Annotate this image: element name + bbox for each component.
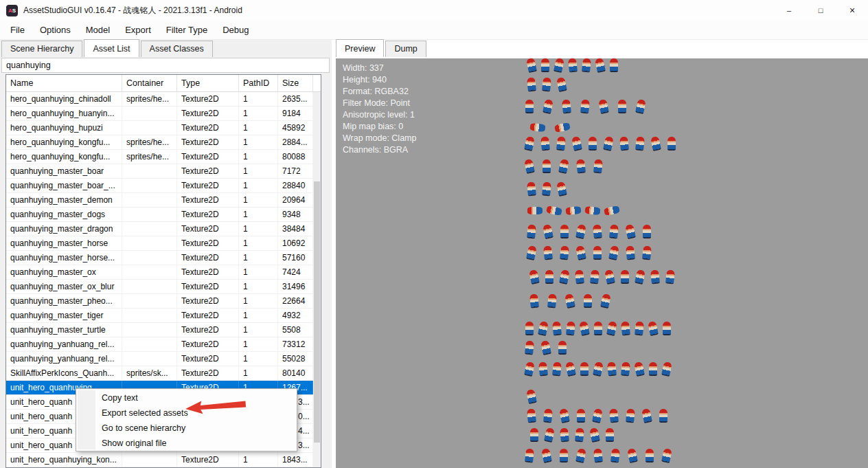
sprite-frame [593,246,602,260]
sprite-frame [575,448,586,463]
sprite-frame [546,205,562,216]
tab-scene-hierarchy[interactable]: Scene Hierarchy [1,41,82,57]
sprite-frame [621,361,630,376]
table-row[interactable]: quanhuying_yanhuang_rel...Texture2D15502… [6,352,313,366]
cell-size: 80140 [278,366,313,380]
sprite-frame [575,269,584,284]
asset-list-scrollbar[interactable] [313,92,321,467]
table-row[interactable]: quanhuying_master_boar_...Texture2D12884… [6,179,313,193]
context-item-go-to-scene-hierarchy[interactable]: Go to scene hierarchy [97,421,295,436]
cell-type: Texture2D [177,280,239,293]
table-row[interactable]: quanhuying_master_tigerTexture2D14932 [6,309,313,323]
menu-export[interactable]: Export [117,21,159,38]
cell-container: sprites/he... [122,150,177,164]
sprite-frame [580,362,589,376]
cell-type: Texture2D [177,265,239,279]
search-input[interactable] [1,58,330,73]
table-row[interactable]: hero_quanhuying_kongfu...sprites/he...Te… [6,150,313,164]
cell-pathid: 1 [239,150,278,164]
sprite-frame [582,58,591,73]
sprite-frame [542,99,553,114]
table-row[interactable]: hero_quanhuying_huanyin...Texture2D19184 [6,107,313,121]
minimize-button[interactable]: – [773,0,805,21]
cell-type: Texture2D [177,121,239,135]
cell-type: Texture2D [177,453,239,467]
table-row[interactable]: quanhuying_master_dogsTexture2D19348 [6,208,313,222]
cell-size: 7172 [278,164,313,178]
table-row[interactable]: quanhuying_master_boarTexture2D17172 [6,164,313,179]
table-row[interactable]: quanhuying_yanhuang_rel...Texture2D17331… [6,337,313,352]
menu-bar: FileOptionsModelExportFilter TypeDebug [0,21,868,40]
cell-type: Texture2D [177,251,239,265]
menu-model[interactable]: Model [78,21,117,38]
close-button[interactable]: × [836,0,868,21]
info-line: Channels: BGRA [343,144,416,156]
table-row[interactable]: quanhuying_master_horseTexture2D110692 [6,236,313,251]
sprite-frame [594,322,602,335]
cell-container [122,121,177,135]
table-row[interactable]: unit_hero_quanhuying_kon...Texture2D1184… [6,453,313,467]
cell-size: 10692 [278,236,313,250]
info-line: Anisotropic level: 1 [343,109,416,121]
tab-asset-classes[interactable]: Asset Classes [141,41,213,57]
table-row[interactable]: quanhuying_master_dragonTexture2D138484 [6,222,313,236]
table-row[interactable]: hero_quanhuying_chinadollsprites/he...Te… [6,92,313,107]
cell-type: Texture2D [177,366,239,380]
column-header-type[interactable]: Type [177,75,239,91]
table-row[interactable]: hero_quanhuying_hupuziTexture2D145892 [6,121,313,135]
menu-filter-type[interactable]: Filter Type [159,21,215,38]
cell-type: Texture2D [177,323,239,337]
column-header-size[interactable]: Size [278,75,313,91]
sprite-frame [584,294,592,308]
table-row[interactable]: quanhuying_master_pheo...Texture2D122664 [6,294,313,309]
cell-pathid: 1 [239,309,278,322]
info-line: Height: 940 [343,74,416,86]
table-row[interactable]: SkillAffixPerkIcons_Quanh...sprites/sk..… [6,366,313,381]
menu-debug[interactable]: Debug [215,21,256,38]
sprite-frame [604,205,620,216]
preview-area: Width: 337Height: 940Format: RGBA32Filte… [336,58,868,468]
title-bar: AS AssetStudioGUI v0.16.47 - 战魂铭人 - 2021… [0,0,868,21]
cell-name: hero_quanhuying_kongfu... [6,150,122,164]
tab-asset-list[interactable]: Asset List [84,39,139,57]
cell-pathid: 1 [239,453,278,467]
sprite-frame [650,136,661,151]
menu-file[interactable]: File [3,21,32,38]
tab-dump[interactable]: Dump [385,41,426,57]
sprite-frame [603,136,614,151]
table-row[interactable]: quanhuying_master_ox_blurTexture2D131496 [6,280,313,294]
cell-pathid: 1 [239,323,278,337]
cell-container [122,265,177,279]
menu-options[interactable]: Options [32,21,78,38]
table-row[interactable]: quanhuying_master_horse...Texture2D15716… [6,251,313,265]
column-header-container[interactable]: Container [122,75,177,91]
tab-preview[interactable]: Preview [336,39,384,57]
cell-pathid: 1 [239,92,278,106]
cell-pathid: 1 [239,107,278,120]
cell-pathid: 1 [239,208,278,221]
cell-name: quanhuying_master_dragon [6,222,122,236]
cell-type: Texture2D [177,92,239,106]
sprite-frame [541,58,549,72]
context-item-show-original-file[interactable]: Show original file [97,436,295,451]
sprite-frame [541,448,552,463]
sprite-frame [558,159,569,174]
column-header-pathid[interactable]: PathID [239,75,278,91]
maximize-button[interactable]: □ [805,0,836,21]
cell-size: 5508 [278,323,313,337]
cell-container: sprites/he... [122,135,177,149]
texture-info: Width: 337Height: 940Format: RGBA32Filte… [343,63,416,156]
cell-pathid: 1 [239,179,278,192]
sprite-frame [667,137,676,151]
scrollbar-thumb[interactable] [314,181,320,443]
cell-pathid: 1 [239,251,278,265]
column-header-name[interactable]: Name [6,75,122,91]
sprite-frame [527,181,536,196]
cell-name: quanhuying_master_boar [6,164,122,178]
table-row[interactable]: quanhuying_master_turtleTexture2D15508 [6,323,313,337]
cell-size: 73312 [278,337,313,351]
table-row[interactable]: hero_quanhuying_kongfu...sprites/he...Te… [6,135,313,150]
table-row[interactable]: quanhuying_master_demonTexture2D120964 [6,193,313,208]
table-row[interactable]: quanhuying_master_oxTexture2D17424 [6,265,313,280]
sprite-frame [553,58,564,73]
